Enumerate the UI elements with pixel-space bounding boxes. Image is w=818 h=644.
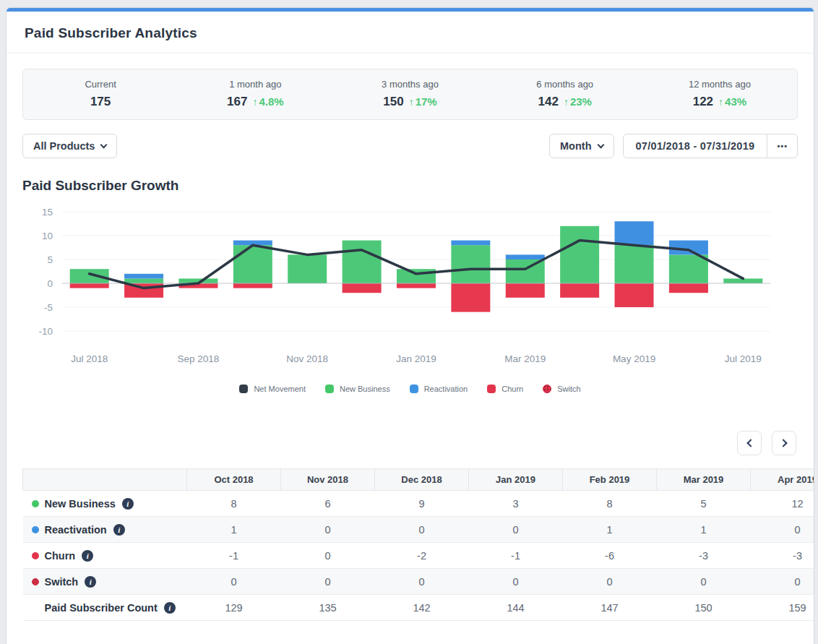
table-row-switch: Switchi0000000 <box>23 569 814 595</box>
bar-churn[interactable] <box>233 283 272 288</box>
bar-new-business[interactable] <box>233 245 272 283</box>
x-axis-tick-label: Jul 2019 <box>725 353 762 364</box>
legend-item-new-business[interactable]: New Business <box>325 385 390 393</box>
info-icon[interactable]: i <box>164 602 176 614</box>
stat-value: 167 <box>227 95 247 109</box>
stat-label: Current <box>23 79 178 90</box>
y-axis-tick-label: 10 <box>42 231 53 241</box>
table-cell: -2 <box>375 543 469 569</box>
table-cell: 150 <box>657 595 751 621</box>
stat-delta: 43% <box>725 95 746 108</box>
table-cell: -1 <box>187 543 281 569</box>
stat-6-months-ago: 6 months ago142↑23% <box>488 79 642 109</box>
churn-dot-icon <box>32 552 39 559</box>
table-cell: 144 <box>469 595 563 621</box>
bar-churn[interactable] <box>669 283 708 293</box>
table-cell: 159 <box>751 595 814 621</box>
legend-label: Net Movement <box>254 385 306 393</box>
bar-reactivation[interactable] <box>124 274 163 279</box>
bar-new-business[interactable] <box>669 254 708 283</box>
info-icon[interactable]: i <box>113 524 125 536</box>
bar-churn[interactable] <box>397 283 436 288</box>
bar-reactivation[interactable] <box>451 241 490 246</box>
table-cell: 0 <box>281 569 375 595</box>
product-filter-dropdown[interactable]: All Products <box>22 134 117 158</box>
table-cell: 1 <box>187 517 281 543</box>
bar-new-business[interactable] <box>560 226 599 283</box>
x-axis-tick-label: Mar 2019 <box>504 353 546 364</box>
legend-item-net[interactable]: Net Movement <box>239 385 306 393</box>
date-range-input[interactable]: 07/01/2018 - 07/31/2019 <box>624 134 767 158</box>
subscriber-growth-chart: 151050-5-10Jul 2018Sep 2018Nov 2018Jan 2… <box>22 202 800 375</box>
product-filter-label: All Products <box>33 140 95 152</box>
analytics-card: Paid Subscriber Analytics Current1751 mo… <box>6 7 814 644</box>
stat-label: 12 months ago <box>642 79 797 90</box>
table-cell: 142 <box>375 595 469 621</box>
net-swatch-icon <box>239 385 248 393</box>
table-header-jan-2019: Jan 2019 <box>469 469 563 491</box>
table-cell: 0 <box>657 569 751 595</box>
legend-item-switch[interactable]: Switch <box>543 385 580 393</box>
legend-item-reactivation[interactable]: Reactivation <box>410 385 468 393</box>
table-cell: -3 <box>751 543 814 569</box>
info-icon[interactable]: i <box>122 498 134 510</box>
legend-item-churn[interactable]: Churn <box>487 385 523 393</box>
bar-churn[interactable] <box>506 283 545 298</box>
switch-dot-icon <box>32 578 39 585</box>
bar-reactivation[interactable] <box>506 254 545 259</box>
interval-dropdown[interactable]: Month <box>549 134 614 158</box>
up-arrow-icon: ↑ <box>252 96 257 108</box>
next-page-button[interactable] <box>772 431 796 455</box>
legend-label: New Business <box>340 385 390 393</box>
info-icon[interactable]: i <box>85 576 96 588</box>
table-pagination <box>7 431 796 455</box>
chevron-right-icon <box>779 439 787 447</box>
stat-1-month-ago: 1 month ago167↑4.8% <box>178 79 332 109</box>
bar-new-business[interactable] <box>397 269 436 283</box>
bar-new-business[interactable] <box>451 245 490 283</box>
stat-12-months-ago: 12 months ago122↑43% <box>642 79 797 109</box>
table-cell: 0 <box>469 517 563 543</box>
page-background: { "header": { "title": "Paid Subscriber … <box>0 0 818 644</box>
bar-new-business[interactable] <box>343 241 382 283</box>
table-row-reactivation: Reactivationi1000110 <box>23 517 814 543</box>
bar-churn[interactable] <box>451 283 490 312</box>
page-title: Paid Subscriber Analytics <box>25 25 796 41</box>
bar-churn[interactable] <box>343 283 382 293</box>
stat-value: 122 <box>693 95 713 109</box>
bar-new-business[interactable] <box>124 278 163 283</box>
table-cell: 6 <box>281 491 375 517</box>
more-options-button[interactable]: ••• <box>767 134 797 158</box>
new-business-swatch-icon <box>325 385 334 393</box>
table-cell: 1 <box>563 517 657 543</box>
y-axis-tick-label: 5 <box>47 254 53 265</box>
table-cell: 9 <box>375 491 469 517</box>
bar-new-business[interactable] <box>615 245 654 283</box>
row-label: Churn <box>45 550 76 562</box>
stat-label: 1 month ago <box>178 79 332 90</box>
table-cell: 3 <box>469 491 563 517</box>
bar-churn[interactable] <box>560 283 599 298</box>
table-cell: 8 <box>563 491 657 517</box>
y-axis-tick-label: -10 <box>38 326 53 337</box>
bar-churn[interactable] <box>70 283 109 288</box>
x-axis-tick-label: Jan 2019 <box>396 353 436 364</box>
table-cell: 0 <box>563 569 657 595</box>
switch-swatch-icon <box>543 385 551 393</box>
bar-new-business[interactable] <box>288 254 327 283</box>
legend-label: Reactivation <box>424 385 468 393</box>
row-label: Switch <box>45 576 79 588</box>
prev-page-button[interactable] <box>737 431 762 455</box>
table-header-apr-2019: Apr 2019 <box>751 469 814 491</box>
table-header-empty <box>23 469 187 491</box>
x-axis-tick-label: Sep 2018 <box>178 353 220 364</box>
info-icon[interactable]: i <box>82 550 93 562</box>
bar-reactivation[interactable] <box>615 221 654 245</box>
row-label: New Business <box>45 498 116 510</box>
table-cell: 5 <box>657 491 751 517</box>
legend-label: Churn <box>501 385 523 393</box>
chevron-down-icon <box>100 141 108 148</box>
table-header-oct-2018: Oct 2018 <box>187 469 281 491</box>
bar-churn[interactable] <box>615 283 654 307</box>
table-cell: -6 <box>563 543 657 569</box>
